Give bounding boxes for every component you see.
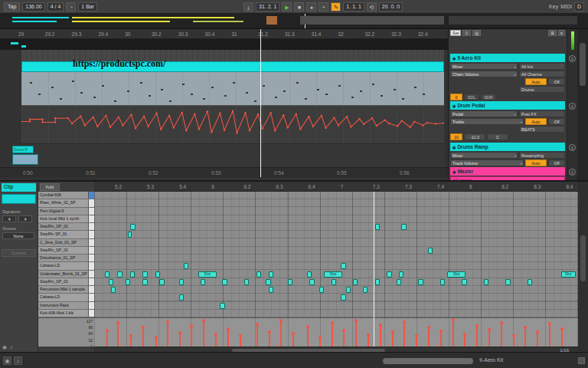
velocity-stem[interactable] [215,335,217,347]
track-preview-box[interactable] [88,262,94,269]
velocity-stem[interactable] [269,333,270,347]
track-preview-box[interactable] [88,215,94,222]
velocity-stem[interactable] [130,337,132,347]
resize-corner[interactable] [578,357,585,364]
clip-tab[interactable]: Clip [2,183,36,192]
midi-note[interactable] [179,294,184,301]
velocity-stem[interactable] [476,327,478,347]
overdub-button[interactable]: + [318,2,328,12]
param-value[interactable]: -11.0 [464,133,485,140]
velocity-stem[interactable] [179,334,181,347]
midi-note[interactable] [341,263,345,269]
tempo-display[interactable]: 136.00 [22,2,44,12]
velocity-stem[interactable] [155,338,157,347]
track-list-row[interactable]: Percussion Mkii 1 sample [38,286,94,294]
monitor-auto-button[interactable]: Auto [525,118,547,125]
loop-icon[interactable]: ⟲ [367,2,377,12]
velocity-stem[interactable] [256,325,258,347]
volume-value[interactable]: 0 [450,94,462,100]
velocity-stem[interactable] [416,337,417,347]
velocity-stem[interactable] [561,330,563,347]
record-button[interactable]: ● [306,2,316,12]
track-list-row[interactable]: Kick-606-Mod 1 klk [38,310,94,317]
velocity-stem[interactable] [524,328,526,347]
midi-note[interactable] [462,279,466,285]
velocity-stem[interactable] [501,324,502,347]
commit-button[interactable]: Commit [2,249,36,257]
midi-map-button[interactable]: MIDI [560,4,572,9]
track-list-row[interactable]: StepRin_SP_01 [38,223,94,231]
track-preview-box[interactable] [88,302,94,309]
velocity-stem[interactable] [464,335,466,347]
device-dropdown[interactable]: Treble [450,118,524,125]
midi-note[interactable] [128,232,132,238]
midi-note[interactable] [346,287,351,293]
midi-note[interactable] [353,279,358,285]
track-preview-box[interactable] [88,231,94,238]
velocity-stem[interactable] [355,321,357,347]
midi-note[interactable] [319,287,324,293]
midi-note[interactable] [375,279,380,285]
velocity-stem[interactable] [392,333,394,347]
track-preview-box[interactable] [88,192,94,199]
io-selector[interactable]: All Channe [519,71,565,77]
scrub-area[interactable] [0,39,448,50]
automation-curve[interactable] [21,106,444,143]
track-list-row[interactable]: C_Sine_Dub_01_SP [38,239,94,247]
note-layer[interactable]: SlceSlceSlceSlce [94,192,578,317]
midi-note[interactable] [244,279,249,285]
midi-note[interactable] [397,279,401,285]
velocity-stem[interactable] [513,337,514,347]
midi-note[interactable] [418,279,423,285]
draw-mode-button[interactable]: ✎ [331,2,341,12]
midi-note[interactable] [375,224,380,230]
track-list-row[interactable]: StepRin_SP_01 [38,247,94,255]
track-preview-box[interactable] [88,208,94,215]
send-value[interactable]: SDL [464,94,479,100]
signature-denominator[interactable]: 4 [18,215,32,222]
cpu-circle-icon[interactable]: ◉ [3,356,11,365]
track-list-row[interactable]: StepRin SP_01 [38,231,94,238]
device-dropdown[interactable]: Mixer [450,63,518,70]
midi-note[interactable]: Slce [447,271,466,278]
metronome-icon[interactable]: ◔ [66,2,76,12]
midi-note[interactable] [105,271,109,278]
device-dropdown[interactable]: Track Volume [450,159,524,166]
midi-note[interactable] [399,271,403,278]
midi-note[interactable] [222,279,227,285]
midi-note[interactable] [179,279,184,285]
loop-start-field[interactable]: 1. 1. 1 [343,2,364,12]
loop-toggle-icon[interactable]: ◉ [2,344,7,350]
velocity-stem[interactable] [537,333,538,347]
track-header[interactable]: ◉Master [450,167,565,176]
midi-note[interactable] [130,224,135,230]
groove-selector[interactable]: None [2,232,34,239]
status-scrollbar-handle[interactable] [383,358,473,364]
track-list-row[interactable]: Cymbal-606 [38,192,94,199]
track-list-row[interactable]: Cabasa-LD [38,262,94,270]
arrangement-overview[interactable] [0,14,588,29]
velocity-stem[interactable] [549,324,550,347]
velocity-stem[interactable] [191,327,192,347]
device-dropdown[interactable]: Mixer [450,152,518,159]
midi-note[interactable] [505,279,510,285]
monitor-off-button[interactable]: Off [548,118,565,125]
velocity-stem[interactable] [343,331,345,347]
loop-length-field[interactable]: 20. 0. 0 [379,2,403,12]
play-button[interactable]: ▶ [282,2,292,12]
io-selector[interactable]: Resampling [519,152,565,159]
midi-note[interactable] [155,271,160,278]
track-preview-box[interactable] [88,223,94,230]
key-map-button[interactable]: Key [549,4,558,9]
track-list-row[interactable]: Cabasa-LD [38,294,94,301]
quantize-menu[interactable]: 1 Bar [78,2,97,12]
midi-note[interactable] [440,279,445,285]
track-activity-icon[interactable]: ◉ [452,104,456,108]
track-preview-box[interactable] [88,294,94,301]
velocity-stem[interactable] [117,324,119,347]
midi-note[interactable] [256,271,261,278]
velocity-lane[interactable] [94,317,578,347]
fold-button[interactable]: Fold [40,183,60,191]
midi-lane[interactable] [21,72,444,106]
track-preview-box[interactable] [88,271,94,278]
